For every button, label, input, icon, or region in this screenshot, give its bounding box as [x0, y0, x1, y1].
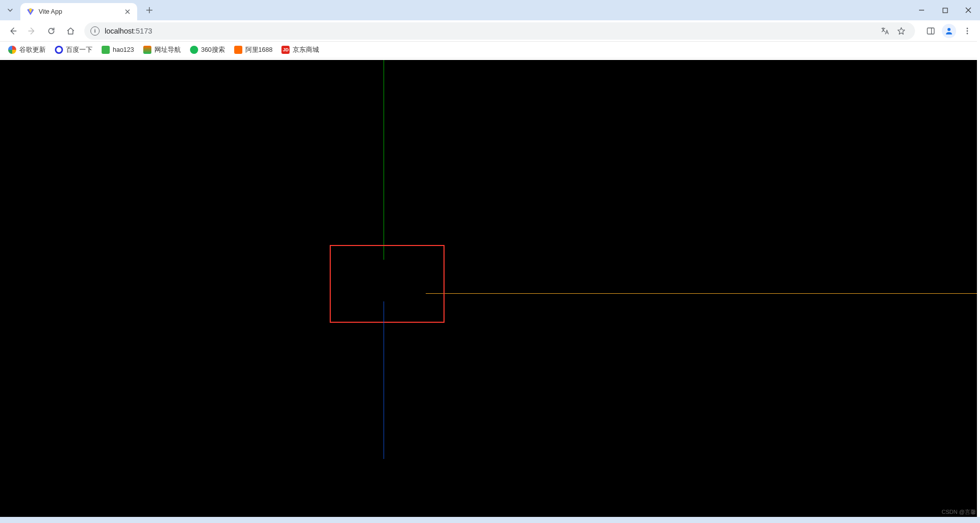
1688-icon [234, 46, 242, 54]
bookmark-item[interactable]: 谷歌更新 [4, 44, 50, 56]
chrome-icon [8, 46, 16, 54]
bookmark-label: 百度一下 [66, 46, 92, 54]
bookmark-item[interactable]: 网址导航 [139, 44, 185, 56]
tab-title: Vite App [39, 8, 123, 15]
y-positive-axis [384, 60, 384, 245]
bookmark-label: 阿里1688 [245, 46, 273, 54]
translate-button[interactable] [877, 23, 893, 39]
svg-point-3 [967, 27, 968, 29]
browser-toolbar: i localhost:5173 [0, 20, 980, 42]
baidu-icon [55, 46, 63, 54]
bookmark-label: 360搜索 [201, 46, 225, 54]
plus-icon [146, 7, 153, 14]
site-info-icon[interactable]: i [90, 26, 100, 36]
bookmark-label: 网址导航 [154, 46, 181, 54]
window-controls [910, 0, 980, 20]
address-bar[interactable]: i localhost:5173 [84, 22, 915, 40]
bookmark-label: 谷歌更新 [19, 46, 46, 54]
url-port: :5173 [134, 27, 152, 35]
reload-button[interactable] [43, 22, 60, 40]
chevron-down-icon [7, 7, 13, 13]
maximize-icon [942, 8, 948, 13]
bookmark-item[interactable]: 360搜索 [186, 44, 229, 56]
svg-point-5 [967, 33, 968, 34]
svg-rect-0 [943, 8, 947, 13]
svg-point-4 [967, 30, 968, 32]
bookmark-item[interactable]: hao123 [98, 44, 138, 56]
star-icon [897, 26, 906, 36]
bookmarks-bar: 谷歌更新 百度一下 hao123 网址导航 360搜索 阿里1688 JD 京东… [0, 42, 980, 58]
tab-close-button[interactable] [123, 7, 132, 16]
svg-rect-1 [927, 28, 934, 34]
menu-button[interactable] [959, 22, 976, 40]
home-button[interactable] [62, 22, 79, 40]
browser-titlebar: Vite App [0, 0, 980, 20]
hao123-icon [102, 46, 110, 54]
vite-favicon-icon [26, 8, 35, 16]
bottom-bar [0, 517, 980, 523]
jd-icon: JD [281, 46, 290, 54]
bookmark-item[interactable]: 百度一下 [51, 44, 97, 56]
person-icon [944, 26, 954, 36]
nav-icon [143, 46, 151, 54]
360-icon [190, 46, 198, 54]
tab-search-button[interactable] [4, 4, 16, 16]
home-icon [66, 26, 75, 36]
forward-button[interactable] [23, 22, 41, 40]
url-host: localhost [105, 27, 134, 35]
profile-button[interactable] [940, 22, 958, 40]
close-icon [125, 9, 130, 14]
minimize-icon [919, 7, 925, 13]
3d-viewport[interactable] [0, 60, 980, 517]
arrow-right-icon [27, 26, 37, 36]
y-negative-axis [384, 301, 384, 459]
bookmark-label: hao123 [113, 46, 134, 53]
window-close-button[interactable] [957, 0, 980, 20]
bookmark-label: 京东商城 [293, 46, 319, 54]
window-minimize-button[interactable] [910, 0, 933, 20]
bookmark-item[interactable]: 阿里1688 [230, 44, 277, 56]
arrow-left-icon [8, 26, 17, 36]
kebab-icon [963, 27, 971, 35]
bookmark-button[interactable] [894, 23, 909, 39]
reload-icon [47, 26, 56, 36]
side-panel-button[interactable] [922, 22, 939, 40]
x-positive-axis [426, 293, 980, 294]
y-negative-axis-segment [384, 307, 384, 323]
back-button[interactable] [4, 22, 21, 40]
url-text: localhost:5173 [105, 27, 877, 35]
bookmark-item[interactable]: JD 京东商城 [277, 44, 323, 56]
camera-helper-rect [330, 245, 445, 323]
close-icon [965, 7, 971, 13]
svg-point-2 [947, 28, 951, 31]
side-panel-icon [926, 26, 935, 36]
scrollbar-track[interactable] [977, 20, 980, 517]
translate-icon [880, 26, 890, 36]
browser-tab[interactable]: Vite App [20, 3, 137, 20]
avatar [942, 24, 956, 38]
window-maximize-button[interactable] [933, 0, 957, 20]
watermark-text: CSDN @言馨 [942, 508, 976, 516]
new-tab-button[interactable] [142, 3, 156, 17]
